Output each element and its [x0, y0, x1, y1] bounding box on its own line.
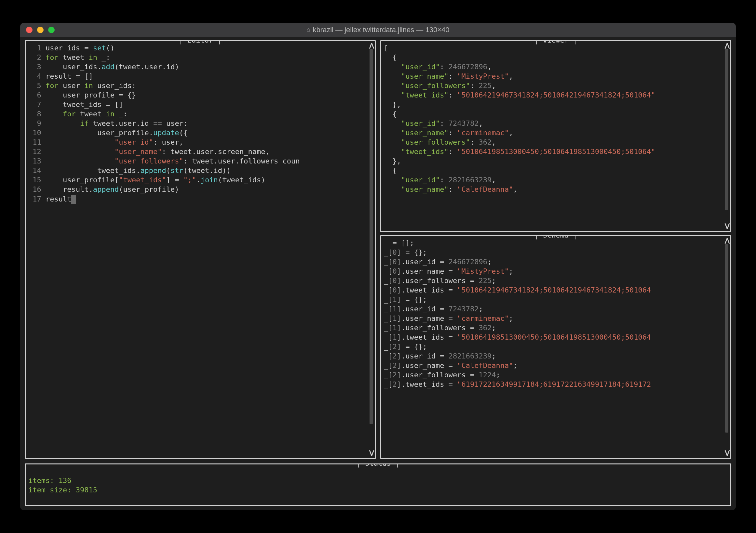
status-items-value: 136 [59, 476, 71, 485]
title-sep2: — [416, 26, 425, 34]
window-title: ⌂ kbrazil — jellex twitterdata.jlines — … [20, 25, 736, 35]
right-column: | Viewer | ᐱ [ { "user_id": 246672896, "… [380, 40, 731, 459]
viewer-pane[interactable]: | Viewer | ᐱ [ { "user_id": 246672896, "… [380, 40, 731, 232]
left-column: | Editor | ᐱ 1user_ids = set() 2for twee… [25, 40, 376, 459]
titlebar[interactable]: ⌂ kbrazil — jellex twitterdata.jlines — … [20, 23, 736, 37]
status-items-label: items: [28, 476, 54, 485]
traffic-lights [20, 27, 55, 33]
home-icon: ⌂ [307, 26, 310, 34]
close-icon[interactable] [26, 27, 33, 33]
editor-pane[interactable]: | Editor | ᐱ 1user_ids = set() 2for twee… [25, 40, 376, 459]
zoom-icon[interactable] [48, 27, 55, 33]
status-size-value: 39815 [76, 486, 97, 494]
top-row: | Editor | ᐱ 1user_ids = set() 2for twee… [25, 40, 731, 459]
app-window: ⌂ kbrazil — jellex twitterdata.jlines — … [20, 23, 736, 510]
schema-pane[interactable]: | Schema | ᐱ _ = []; _[0] = {}; _[0].use… [380, 235, 731, 459]
status-size-label: item size: [28, 486, 71, 494]
viewer-body[interactable]: [ { "user_id": 246672896, "user_name": "… [384, 43, 728, 229]
scroll-down-icon[interactable]: ᐯ [725, 222, 730, 231]
schema-body[interactable]: _ = []; _[0] = {}; _[0].user_id = 246672… [384, 238, 728, 456]
title-prefix: kbrazil [312, 26, 334, 34]
terminal-body: | Editor | ᐱ 1user_ids = set() 2for twee… [20, 37, 736, 510]
title-command: jellex twitterdata.jlines [344, 26, 414, 34]
title-sep: — [336, 26, 344, 34]
status-body: items: 136 item size: 39815 [28, 467, 728, 503]
title-dims: 130×40 [425, 26, 449, 34]
status-pane: | Status | items: 136 item size: 39815 [25, 464, 731, 506]
scroll-down-icon[interactable]: ᐯ [725, 448, 730, 458]
editor-body[interactable]: 1user_ids = set() 2for tweet in _: 3 use… [28, 43, 372, 456]
scroll-down-icon[interactable]: ᐯ [369, 448, 374, 458]
minimize-icon[interactable] [37, 27, 43, 33]
